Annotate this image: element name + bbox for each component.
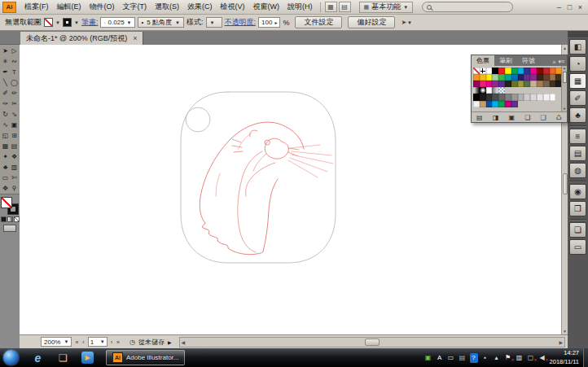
menu-item[interactable]: 檢視(V) <box>217 0 249 14</box>
new-swatch-icon[interactable]: ❑ <box>540 114 546 121</box>
ie-icon[interactable]: e <box>31 351 45 365</box>
swatch-options-icon[interactable]: ▣ <box>508 114 515 121</box>
vertical-scroll-thumb[interactable] <box>563 173 568 194</box>
color-panel-icon[interactable]: ◧ <box>569 39 586 55</box>
swatch[interactable] <box>543 94 550 101</box>
brush-definition-dropdown[interactable]: • 5 點角度 ▼ <box>138 17 184 28</box>
appearance-panel-icon[interactable]: ◉ <box>569 184 586 199</box>
swatch[interactable] <box>543 81 550 87</box>
style-dropdown[interactable]: ▼ <box>206 17 222 28</box>
dock-header[interactable] <box>568 31 588 37</box>
start-button[interactable] <box>3 350 19 365</box>
horizontal-scrollbar[interactable]: ◀ ▶ <box>179 337 565 347</box>
swatch[interactable] <box>486 74 493 81</box>
line-segment-tool[interactable]: ╲ <box>1 77 10 88</box>
color-guide-panel-icon[interactable]: ◔ <box>569 56 586 72</box>
chevron-down-icon[interactable]: ▼ <box>55 20 60 25</box>
swatch[interactable] <box>530 81 537 87</box>
swatch[interactable] <box>480 94 486 101</box>
swatch[interactable] <box>492 94 498 101</box>
swatch[interactable] <box>550 94 556 101</box>
workspace-layout-icon[interactable]: ▤ <box>339 2 351 12</box>
gradient-panel-icon[interactable]: ▤ <box>569 146 586 161</box>
last-artboard-button[interactable]: » <box>116 339 121 345</box>
chevron-down-icon[interactable]: ▼ <box>74 20 79 25</box>
chevron-down-icon[interactable]: ▼ <box>127 20 132 25</box>
stroke-color-swatch[interactable] <box>63 18 72 27</box>
scale-tool[interactable]: ⇘ <box>10 109 19 120</box>
status-menu-arrow-icon[interactable]: ▶ <box>168 339 172 345</box>
swatch[interactable] <box>498 81 505 87</box>
rotate-tool[interactable]: ↻ <box>1 109 10 120</box>
scroll-up-icon[interactable]: ▲ <box>563 66 566 71</box>
swatch[interactable] <box>530 74 537 81</box>
fill-indicator[interactable] <box>1 197 12 208</box>
swatch[interactable] <box>524 68 530 74</box>
maximize-button[interactable]: □ <box>564 2 575 13</box>
swatch[interactable] <box>550 74 556 81</box>
swatch[interactable] <box>524 94 530 101</box>
opacity-stepper[interactable]: 100 ▸ <box>258 17 280 28</box>
swatch-kinds-icon[interactable]: ◨ <box>493 114 499 121</box>
ime-language-icon[interactable]: A <box>436 353 444 363</box>
mesh-tool[interactable]: ▦ <box>1 141 10 151</box>
direct-selection-tool[interactable]: ▷ <box>10 46 19 56</box>
swatch[interactable] <box>505 68 511 74</box>
horizontal-scroll-thumb[interactable] <box>365 339 380 346</box>
swatch[interactable] <box>518 68 524 74</box>
search-box[interactable] <box>422 2 513 12</box>
hidden-icons-arrow[interactable]: ▴ <box>493 353 501 363</box>
hand-tool[interactable]: ✥ <box>1 183 10 194</box>
pen-tool[interactable]: ✒ <box>1 67 10 77</box>
swatch[interactable] <box>530 68 537 74</box>
scroll-right-icon[interactable]: ▶ <box>557 339 564 345</box>
zoom-tool[interactable]: ⚲ <box>10 183 19 194</box>
blob-brush-tool[interactable]: ✑ <box>1 98 10 109</box>
swatch[interactable] <box>524 81 530 87</box>
swatch[interactable] <box>555 74 561 81</box>
swatch[interactable] <box>543 74 550 81</box>
explorer-icon[interactable]: ❏ <box>56 351 70 365</box>
swatch[interactable] <box>473 68 480 74</box>
panel-tab-符號[interactable]: 符號 <box>517 55 540 66</box>
pencil-tool[interactable]: ✏ <box>10 88 19 98</box>
ellipse-tool[interactable]: ◯ <box>10 77 19 88</box>
layers-panel-icon[interactable]: ❏ <box>569 222 586 238</box>
swatch[interactable] <box>505 94 511 101</box>
menu-item[interactable]: 選取(S) <box>151 0 183 14</box>
menu-item[interactable]: 文字(T) <box>119 0 151 14</box>
stroke-panel-icon[interactable]: ≡ <box>569 129 586 144</box>
document-tab[interactable]: 未命名-1* @ 200% (RGB/預視) × <box>20 32 143 45</box>
taskbar-clock[interactable]: 14:27 2018/11/11 <box>550 349 579 365</box>
swatch[interactable] <box>492 81 498 87</box>
symbols-panel-icon[interactable]: ♣ <box>569 107 586 123</box>
swatch[interactable] <box>555 81 561 87</box>
panel-scrollbar[interactable]: ▲ ▼ <box>561 66 567 111</box>
lasso-tool[interactable]: ∾ <box>10 56 19 67</box>
stepper-arrows-icon[interactable]: ◦ <box>103 20 105 25</box>
stroke-weight-stepper[interactable]: ◦ 0.025 ▼ <box>100 17 134 28</box>
transparency-panel-icon[interactable]: ◍ <box>569 163 586 178</box>
swatch[interactable] <box>511 101 518 107</box>
document-setup-button[interactable]: 文件設定 <box>295 16 342 28</box>
swatch[interactable] <box>537 81 543 87</box>
drawing-modes-button[interactable] <box>3 225 16 232</box>
artboard-tool[interactable]: ▭ <box>1 173 10 183</box>
previous-artboard-button[interactable]: ‹ <box>81 339 85 345</box>
workspace-switcher[interactable]: ▦ 基本功能 ▼ <box>359 2 414 13</box>
stepper-arrows-icon[interactable]: ▸ <box>274 20 277 25</box>
new-color-group-icon[interactable]: ❏ <box>524 114 530 121</box>
swatch[interactable] <box>511 74 518 81</box>
blend-tool[interactable]: ❖ <box>10 151 19 162</box>
help-tray-icon[interactable]: ? <box>470 353 478 363</box>
panel-tab-筆刷[interactable]: 筆刷 <box>494 55 517 66</box>
swatch[interactable] <box>550 81 556 87</box>
panel-scroll-thumb[interactable] <box>563 72 567 83</box>
search-input[interactable] <box>434 3 524 11</box>
swatches-panel-icon[interactable]: ▦ <box>569 73 586 89</box>
delete-swatch-icon[interactable]: ♺ <box>556 114 562 121</box>
swatch[interactable] <box>498 74 505 81</box>
swatch[interactable] <box>486 101 493 107</box>
swatch[interactable] <box>498 94 505 101</box>
first-artboard-button[interactable]: « <box>74 339 79 345</box>
